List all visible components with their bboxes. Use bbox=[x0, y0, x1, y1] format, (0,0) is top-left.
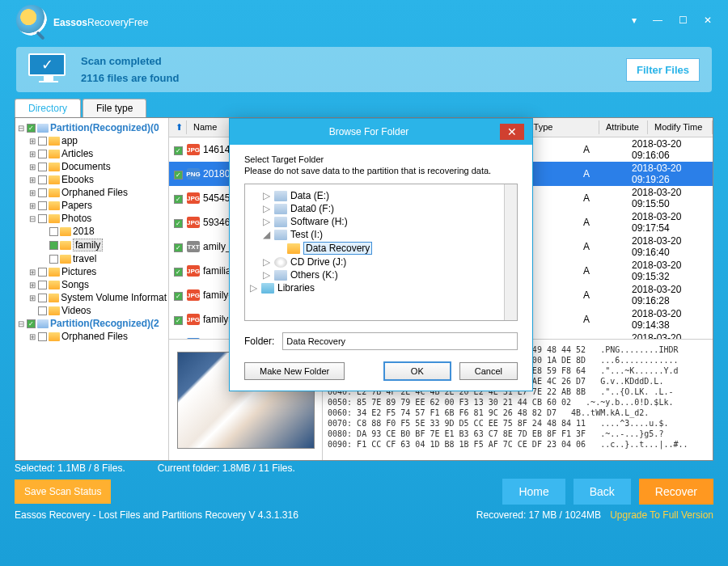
expander-icon[interactable]: ▷ bbox=[250, 282, 258, 294]
expander-icon[interactable]: ⊞ bbox=[28, 163, 36, 171]
scrollbar[interactable] bbox=[504, 184, 517, 320]
drive-others-k[interactable]: Others (K:) bbox=[290, 269, 338, 281]
checkbox[interactable] bbox=[38, 281, 47, 289]
file-type-icon: JPG bbox=[187, 144, 200, 155]
checkbox[interactable] bbox=[49, 227, 58, 236]
upgrade-link[interactable]: Upgrade To Full Version bbox=[610, 509, 713, 521]
ok-button[interactable]: OK bbox=[383, 361, 451, 381]
expander-icon[interactable]: ⊞ bbox=[28, 332, 36, 341]
checkbox[interactable]: ✓ bbox=[174, 243, 183, 252]
drive-test-i[interactable]: Test (I:) bbox=[290, 229, 323, 240]
checkbox[interactable]: ✓ bbox=[174, 195, 183, 204]
menu-icon[interactable]: ▾ bbox=[632, 15, 637, 26]
tree-folder[interactable]: Videos bbox=[61, 305, 91, 316]
tree-folder[interactable]: Orphaned Files bbox=[61, 331, 128, 342]
expander-icon[interactable]: ◢ bbox=[263, 229, 271, 240]
expander-icon[interactable]: ⊞ bbox=[28, 294, 36, 302]
checkbox[interactable] bbox=[38, 306, 47, 315]
make-new-folder-button[interactable]: Make New Folder bbox=[244, 362, 345, 380]
col-modify[interactable]: Modify Time bbox=[648, 120, 713, 134]
tree-partition-2[interactable]: Partition(Recognized)(2 bbox=[50, 318, 159, 329]
checkbox[interactable] bbox=[49, 241, 58, 250]
expander-icon[interactable]: ⊞ bbox=[28, 150, 36, 158]
checkbox[interactable]: ✓ bbox=[174, 146, 183, 155]
folder-input[interactable] bbox=[282, 332, 518, 350]
tree-partition-0[interactable]: Partition(Recognized)(0 bbox=[50, 122, 159, 133]
tree-folder-travel[interactable]: travel bbox=[73, 253, 96, 264]
tab-directory[interactable]: Directory bbox=[15, 99, 81, 117]
checkbox[interactable]: ✓ bbox=[174, 171, 183, 180]
up-folder-icon[interactable]: ⬆ bbox=[169, 120, 187, 134]
cancel-button[interactable]: Cancel bbox=[459, 362, 518, 380]
filter-files-button[interactable]: Filter Files bbox=[626, 58, 700, 82]
checkbox[interactable]: ✓ bbox=[174, 316, 183, 325]
back-button[interactable]: Back bbox=[574, 479, 631, 505]
checkbox[interactable] bbox=[38, 294, 47, 302]
libraries-node[interactable]: Libraries bbox=[277, 282, 315, 294]
checkbox[interactable] bbox=[38, 332, 47, 341]
tree-folder[interactable]: Orphaned Files bbox=[61, 187, 128, 198]
folder-icon bbox=[60, 227, 71, 236]
expander-icon[interactable]: ▷ bbox=[263, 203, 271, 214]
selection-status: Selected: 1.1MB / 8 Files. Current folde… bbox=[15, 463, 713, 474]
expander-icon[interactable]: ⊟ bbox=[17, 124, 25, 133]
expander-icon[interactable]: ⊞ bbox=[28, 268, 36, 277]
checkbox[interactable]: ✓ bbox=[174, 219, 183, 228]
checkbox[interactable] bbox=[38, 163, 47, 171]
checkbox[interactable]: ✓ bbox=[174, 292, 183, 301]
tree-folder[interactable]: Pictures bbox=[61, 266, 96, 277]
tree-folder[interactable]: Photos bbox=[61, 213, 91, 224]
expander-icon[interactable]: ▷ bbox=[263, 216, 271, 227]
minimize-icon[interactable]: — bbox=[653, 15, 662, 26]
maximize-icon[interactable]: ☐ bbox=[679, 15, 688, 26]
expander-icon[interactable]: ⊞ bbox=[28, 137, 36, 146]
file-attr: A bbox=[583, 265, 632, 277]
save-scan-button[interactable]: Save Scan Status bbox=[15, 479, 111, 504]
close-icon[interactable]: ✕ bbox=[704, 15, 712, 26]
checkbox[interactable] bbox=[38, 175, 47, 184]
tree-folder[interactable]: Papers bbox=[61, 200, 92, 211]
checkbox[interactable] bbox=[38, 188, 47, 197]
drive-data-e[interactable]: Data (E:) bbox=[290, 190, 329, 201]
expander-icon[interactable]: ⊞ bbox=[28, 188, 36, 197]
tab-filetype[interactable]: File type bbox=[83, 99, 146, 117]
tree-folder-2018[interactable]: 2018 bbox=[73, 226, 95, 237]
tree-folder[interactable]: Documents bbox=[61, 161, 111, 172]
expander-icon[interactable]: ⊟ bbox=[17, 319, 25, 328]
expander-icon[interactable]: ▷ bbox=[263, 269, 271, 281]
drive-software-h[interactable]: Software (H:) bbox=[290, 216, 348, 227]
col-attribute[interactable]: Attribute bbox=[599, 120, 648, 134]
tree-folder[interactable]: Articles bbox=[61, 148, 93, 159]
dialog-close-button[interactable]: ✕ bbox=[500, 124, 524, 140]
expander-icon[interactable]: ▷ bbox=[263, 190, 271, 201]
drive-data0-f[interactable]: Data0 (F:) bbox=[290, 203, 334, 214]
recover-button[interactable]: Recover bbox=[639, 479, 713, 505]
checkbox[interactable] bbox=[38, 137, 47, 146]
tree-folder[interactable]: Ebooks bbox=[61, 174, 94, 185]
tree-folder-family[interactable]: family bbox=[73, 239, 103, 251]
tree-folder[interactable]: Songs bbox=[61, 279, 89, 290]
drive-cd-j[interactable]: CD Drive (J:) bbox=[290, 256, 346, 268]
checkbox[interactable]: ✓ bbox=[27, 124, 36, 133]
expander-icon[interactable]: ⊞ bbox=[28, 201, 36, 210]
expander-icon[interactable]: ⊞ bbox=[28, 281, 36, 289]
checkbox[interactable] bbox=[49, 255, 58, 264]
checkbox[interactable] bbox=[38, 150, 47, 158]
checkbox[interactable] bbox=[38, 214, 47, 223]
tree-folder[interactable]: app bbox=[61, 135, 78, 146]
disk-icon bbox=[37, 319, 49, 328]
checkbox[interactable]: ✓ bbox=[27, 319, 36, 328]
checkbox[interactable]: ✓ bbox=[174, 268, 183, 277]
dialog-titlebar[interactable]: Browse For Folder ✕ bbox=[230, 119, 532, 145]
tree-folder[interactable]: System Volume Informat bbox=[61, 292, 167, 303]
expander-icon[interactable]: ⊟ bbox=[28, 214, 36, 223]
home-button[interactable]: Home bbox=[502, 479, 565, 505]
selected-info: Selected: 1.1MB / 8 Files. bbox=[15, 463, 125, 474]
folder-data-recovery[interactable]: Data Recovery bbox=[303, 242, 372, 255]
expander-icon[interactable]: ⊞ bbox=[28, 175, 36, 184]
directory-tree: ⊟✓Partition(Recognized)(0 ⊞app⊞Articles⊞… bbox=[15, 118, 169, 460]
file-modify: 2018-03-20 09:15:50 bbox=[632, 187, 713, 209]
expander-icon[interactable]: ▷ bbox=[263, 256, 271, 268]
checkbox[interactable] bbox=[38, 201, 47, 210]
checkbox[interactable] bbox=[38, 268, 47, 277]
